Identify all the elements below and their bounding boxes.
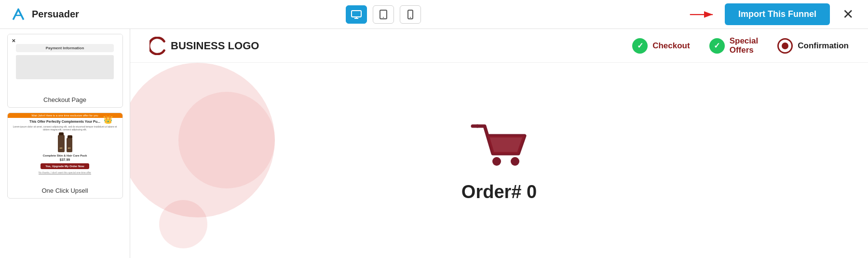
svg-point-2 [383, 17, 384, 18]
step-special-offers-check: ✓ [709, 38, 725, 54]
bg-blob-small [159, 200, 207, 248]
checkout-thumb-x-icon: ✕ [12, 38, 15, 43]
order-number: Order# 0 [461, 182, 537, 202]
step-confirmation-label: Confirmation [798, 41, 849, 51]
logo-area: Persuader [10, 6, 79, 23]
step-confirmation-radio [777, 38, 793, 54]
step-confirmation: Confirmation [777, 38, 849, 54]
business-logo-text: BUSINESS LOGO [171, 40, 259, 52]
app-logo-icon [10, 6, 27, 23]
nav-right: Import This Funnel ✕ [688, 3, 858, 25]
checkout-card-label: Checkout Page [8, 92, 122, 107]
step-special-offers-label-line1: Special [730, 37, 759, 46]
import-funnel-button[interactable]: Import This Funnel [725, 3, 830, 25]
top-nav: Persuader Import This Funnel ✕ [0, 0, 868, 29]
upsell-decline-link: No thanks, I don't want this special one… [39, 171, 91, 174]
bottle-1: AB [58, 135, 65, 152]
desktop-view-button[interactable] [346, 5, 367, 24]
upsell-cta-button: Yes, Upgrade My Order Now [41, 163, 89, 169]
order-content: Order# 0 [461, 119, 537, 202]
main-layout: ✕ Payment Information Checkout Page Wait… [0, 29, 868, 258]
upsell-card-label: One Click Upsell [8, 183, 122, 198]
page-content: Order# 0 [130, 63, 868, 258]
crown-icon: 👑 [103, 115, 113, 124]
bottle-2: AB [67, 138, 72, 152]
upsell-product-image: AB AB [53, 133, 77, 152]
step-checkout-check: ✓ [632, 38, 648, 54]
upsell-product-name: Complete Skin & Hair Care Pack [43, 154, 87, 157]
step-special-offers: ✓ Special Offers [709, 37, 759, 55]
business-logo: BUSINESS LOGO [149, 37, 259, 55]
right-content: BUSINESS LOGO ✓ Checkout ✓ Special Offer… [130, 29, 868, 258]
close-button[interactable]: ✕ [838, 4, 858, 24]
svg-rect-0 [352, 11, 361, 17]
checkout-thumb-label: Payment Information [16, 44, 114, 52]
step-special-offers-label: Special Offers [730, 37, 759, 55]
steps-area: ✓ Checkout ✓ Special Offers Confi [278, 37, 849, 55]
page-header: BUSINESS LOGO ✓ Checkout ✓ Special Offer… [130, 29, 868, 63]
tablet-view-button[interactable] [373, 5, 394, 24]
step-checkout-label: Checkout [652, 41, 690, 51]
cart-icon [468, 119, 530, 172]
sidebar-card-upsell[interactable]: Wait John! Here is a one time exclusive … [7, 113, 123, 199]
svg-point-4 [410, 17, 411, 18]
checkout-thumb-form [16, 55, 114, 79]
svg-point-8 [511, 157, 519, 166]
arrow-indicator [688, 7, 717, 22]
upsell-subtext: Lorem ipsum dolor sit amet, consect adip… [8, 125, 122, 131]
device-switcher [79, 5, 688, 24]
step-confirmation-radio-inner [782, 43, 788, 49]
step-special-offers-label-line2: Offers [730, 46, 759, 55]
checkout-thumbnail: ✕ Payment Information [8, 34, 122, 92]
upsell-headline: This Offer Perfectly Complements Your Pu… [27, 118, 103, 125]
bg-blob-medium [178, 92, 275, 188]
upsell-price: $37.99 [60, 158, 70, 161]
mobile-view-button[interactable] [400, 5, 421, 24]
app-name: Persuader [32, 9, 79, 20]
svg-point-7 [492, 157, 501, 166]
left-sidebar: ✕ Payment Information Checkout Page Wait… [0, 29, 130, 258]
sidebar-card-checkout[interactable]: ✕ Payment Information Checkout Page [7, 34, 123, 108]
step-checkout: ✓ Checkout [632, 38, 690, 54]
